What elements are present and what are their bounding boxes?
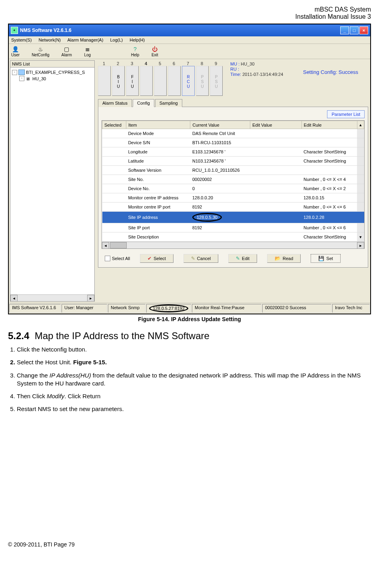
slot-card-5[interactable] — [154, 66, 167, 96]
table-row[interactable]: Site DescriptionCharacter ShortString▾ — [102, 232, 364, 242]
expand-icon[interactable]: - — [19, 76, 24, 81]
tool-exit[interactable]: ⏻Exit — [151, 46, 158, 57]
scroll-down-icon[interactable]: ▾ — [357, 232, 364, 242]
tool-alarm[interactable]: ▢Alarm — [62, 46, 72, 57]
header-line-2: Installation Manual Issue 3 — [8, 13, 371, 20]
parameter-list-button[interactable]: Parameter List — [327, 110, 365, 118]
toolbar: 👤User ♨NetConfig ▢Alarm ≣Log ?Help ⏻Exit — [9, 44, 370, 59]
edit-icon: ✎ — [236, 256, 240, 261]
slot-card-1[interactable] — [98, 66, 111, 96]
slot-card-2[interactable]: BIU — [112, 66, 125, 96]
table-row[interactable]: Site IP port8192Number , 0 <= X <= 6 — [102, 223, 364, 232]
brush-icon: ✎ — [191, 256, 195, 261]
scroll-thumb[interactable] — [110, 242, 127, 248]
alarm-icon: ▢ — [63, 46, 70, 53]
scroll-left-icon[interactable]: ◄ — [102, 242, 109, 249]
menu-network[interactable]: Network(N) — [38, 38, 61, 42]
tab-container: Alarm Status Config Sampling Parameter L… — [98, 99, 368, 268]
slot-card-8[interactable]: PSU — [196, 66, 209, 96]
select-button[interactable]: ✔Select — [140, 254, 174, 263]
read-button[interactable]: 📂Read — [267, 254, 301, 263]
col-edit-rule[interactable]: Edit Rule — [301, 121, 357, 129]
table-row[interactable]: Device ModeDAS Remote Ctrl Unit — [102, 129, 364, 138]
config-panel: Parameter List Selected Item Cur — [98, 107, 368, 268]
select-all-checkbox[interactable]: Select All — [105, 256, 130, 261]
edit-button[interactable]: ✎Edit — [228, 254, 257, 263]
slot-number: 6 — [168, 61, 180, 66]
close-button[interactable]: × — [359, 26, 368, 34]
menu-bar: System(S) Network(N) Alarm Manager(A) Lo… — [9, 36, 370, 44]
scroll-up-icon[interactable]: ▴ — [357, 121, 364, 129]
folder-icon: 📂 — [275, 256, 281, 261]
set-button[interactable]: 💾Set — [311, 254, 341, 263]
title-bar[interactable]: ✦ NMS Software V2.6.1.6 _ □ × — [9, 24, 370, 36]
table-row[interactable]: Device S/NBTI-RCU-11031015 — [102, 138, 364, 147]
tool-netconfig[interactable]: ♨NetConfig — [32, 46, 49, 57]
table-row[interactable]: LongitudeE103.12345678 'Character ShortS… — [102, 147, 364, 157]
log-icon: ≣ — [84, 46, 91, 53]
menu-log[interactable]: Log(L) — [110, 38, 123, 42]
grid-h-scrollbar[interactable]: ◄ ► — [102, 242, 364, 248]
tree-child[interactable]: - 🖥 HU_30 — [12, 75, 93, 81]
tree-root[interactable]: - BTI_EXAMPLE_CYPRESS_S — [12, 69, 93, 75]
sidebar-scrollbar[interactable]: ◄ ► — [10, 294, 94, 301]
page-footer: © 2009-2011, BTI Page 79 — [8, 541, 371, 548]
table-row[interactable]: Monitor centre IP port8192Number , 0 <= … — [102, 203, 364, 212]
slot-number: 7 — [182, 61, 194, 66]
page-header: mBSC DAS System Installation Manual Issu… — [8, 6, 371, 20]
slot-number: 9 — [210, 61, 222, 66]
scroll-right-icon[interactable]: ► — [357, 242, 364, 249]
slot-number: 2 — [112, 61, 124, 66]
tool-user[interactable]: 👤User — [11, 46, 20, 57]
status-bar: IMS Software V2.6.1.6 User: Manager Netw… — [9, 303, 370, 314]
app-icon: ✦ — [11, 27, 18, 34]
table-row[interactable]: Site IP address128.0.5.30128.0.2.28 — [102, 212, 364, 223]
instruction-step: Then Click Modify. Click Return — [17, 392, 371, 400]
maximize-button[interactable]: □ — [350, 26, 359, 34]
slot-number: 4 — [140, 61, 152, 66]
col-current-value[interactable]: Current Value — [190, 121, 250, 129]
tab-config[interactable]: Config — [133, 99, 154, 107]
minimize-button[interactable]: _ — [340, 26, 349, 34]
slot-card-3[interactable]: FIU — [126, 66, 139, 96]
col-edit-value[interactable]: Edit Value — [250, 121, 301, 129]
window-title: NMS Software V2.6.1.6 — [20, 28, 72, 33]
tab-sampling[interactable]: Sampling — [155, 99, 182, 107]
status-monitor: Monitor Real-Time:Pause — [192, 304, 261, 313]
col-selected[interactable]: Selected — [102, 121, 126, 129]
cancel-button[interactable]: ✎Cancel — [184, 254, 218, 263]
menu-help[interactable]: Help(H) — [130, 38, 145, 42]
status-network: Network Snmp — [108, 304, 146, 313]
slot-card-7[interactable]: RCU — [182, 66, 195, 96]
expand-icon[interactable]: - — [12, 70, 17, 75]
help-icon: ? — [132, 46, 139, 53]
menu-system[interactable]: System(S) — [11, 38, 32, 42]
slot-card-6[interactable] — [168, 66, 181, 96]
col-item[interactable]: Item — [126, 121, 190, 129]
check-icon: ✔ — [148, 256, 152, 261]
table-row[interactable]: Monitor centre IP address128.0.0.20128.0… — [102, 193, 364, 203]
scroll-left-icon[interactable]: ◄ — [10, 295, 18, 302]
exit-icon: ⏻ — [151, 46, 158, 53]
slot-card-9[interactable]: PSU — [210, 66, 223, 96]
user-icon: 👤 — [12, 46, 19, 53]
nms-list-panel: NMS List - BTI_EXAMPLE_CYPRESS_S - 🖥 HU_… — [10, 60, 95, 302]
tab-alarm-status[interactable]: Alarm Status — [98, 99, 132, 107]
scroll-right-icon[interactable]: ► — [87, 295, 94, 302]
slot-card-4[interactable] — [140, 66, 153, 96]
table-row[interactable]: LatitudeN103.12345678 'Character ShortSt… — [102, 157, 364, 166]
instruction-step: Restart NMS to set the new parameters. — [17, 405, 371, 413]
menu-alarm[interactable]: Alarm Manager(A) — [67, 38, 103, 42]
netconfig-icon: ♨ — [37, 46, 44, 53]
tool-help[interactable]: ?Help — [131, 46, 140, 57]
slot-rack: 12BIU3FIU4567RCU8PSU9PSU — [98, 61, 222, 96]
checkbox-icon[interactable] — [105, 256, 110, 261]
parameter-grid: Selected Item Current Value Edit Value E… — [102, 120, 365, 249]
instruction-list: Click the Netconfig button.Select the Ho… — [8, 346, 371, 413]
save-icon: 💾 — [318, 256, 324, 261]
table-row[interactable]: Software VersionRCU_1.0.1.0_20110526 — [102, 166, 364, 175]
app-window: ✦ NMS Software V2.6.1.6 _ □ × System(S) … — [8, 24, 371, 314]
tool-log[interactable]: ≣Log — [84, 46, 91, 57]
table-row[interactable]: Device No.0Number , 0 <= X <= 2 — [102, 184, 364, 193]
table-row[interactable]: Site No.00020002Number , 0 <= X <= 4 — [102, 175, 364, 184]
